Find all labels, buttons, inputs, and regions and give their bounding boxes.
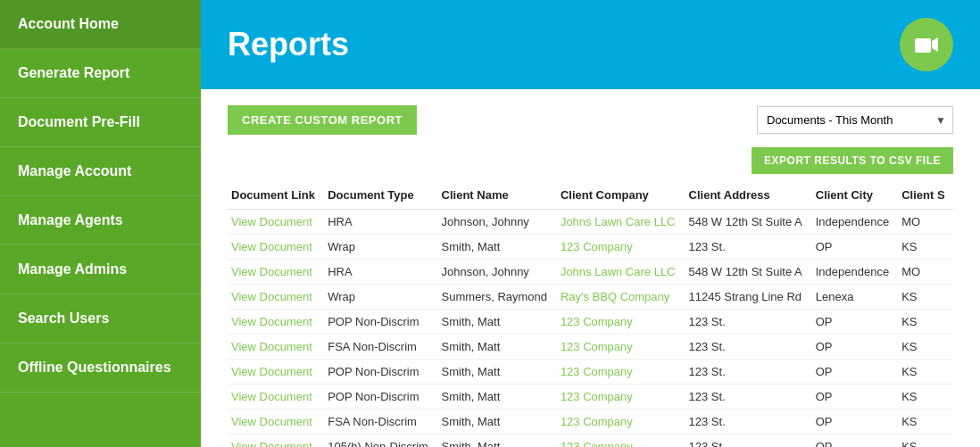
client-name: Smith, Matt <box>438 335 557 360</box>
client-city: Independence <box>812 260 898 285</box>
svg-marker-1 <box>932 37 938 52</box>
client-address: 123 St. <box>685 310 812 335</box>
client-name: Smith, Matt <box>438 410 557 435</box>
svg-rect-0 <box>915 38 931 53</box>
client-company[interactable]: 123 Company <box>557 360 685 385</box>
client-address: 123 St. <box>685 385 812 410</box>
sidebar-item-manage-agents[interactable]: Manage Agents <box>0 196 201 245</box>
col-header-client-name: Client Name <box>438 181 557 210</box>
client-name: Smith, Matt <box>438 360 557 385</box>
table-row: View Document105(h) Non-DiscrimSmith, Ma… <box>228 435 953 448</box>
client-address: 548 W 12th St Suite A <box>685 210 812 235</box>
client-city: OP <box>812 435 898 448</box>
camera-icon <box>914 35 939 54</box>
client-company[interactable]: 123 Company <box>557 235 685 260</box>
doc-type: Wrap <box>324 235 437 260</box>
table-row: View DocumentPOP Non-DiscrimSmith, Matt1… <box>228 360 953 385</box>
client-name: Johnson, Johnny <box>438 260 557 285</box>
doc-type: POP Non-Discrim <box>324 360 437 385</box>
doc-type: FSA Non-Discrim <box>324 335 437 360</box>
doc-link[interactable]: View Document <box>228 435 324 448</box>
client-state: KS <box>898 435 953 448</box>
client-city: OP <box>812 385 898 410</box>
col-header-client-city: Client City <box>812 181 898 210</box>
doc-link[interactable]: View Document <box>228 410 324 435</box>
filter-select[interactable]: Documents - This MonthDocuments - Last M… <box>757 106 953 134</box>
create-custom-report-button[interactable]: CREATE CUSTOM REPORT <box>228 105 417 135</box>
doc-type: FSA Non-Discrim <box>324 410 437 435</box>
filter-select-wrapper: Documents - This MonthDocuments - Last M… <box>757 106 953 134</box>
page-title: Reports <box>228 26 349 63</box>
client-company[interactable]: 123 Company <box>557 385 685 410</box>
client-state: KS <box>898 410 953 435</box>
client-name: Smith, Matt <box>438 385 557 410</box>
doc-link[interactable]: View Document <box>228 260 324 285</box>
reports-table: Document LinkDocument TypeClient NameCli… <box>228 181 953 447</box>
client-name: Johnson, Johnny <box>438 210 557 235</box>
doc-link[interactable]: View Document <box>228 285 324 310</box>
doc-link[interactable]: View Document <box>228 310 324 335</box>
table-row: View DocumentWrapSummers, RaymondRay's B… <box>228 285 953 310</box>
client-company[interactable]: Johns Lawn Care LLC <box>557 260 685 285</box>
client-state: KS <box>898 310 953 335</box>
doc-type: Wrap <box>324 285 437 310</box>
sidebar-item-search-users[interactable]: Search Users <box>0 294 201 344</box>
client-name: Smith, Matt <box>438 435 557 448</box>
doc-link[interactable]: View Document <box>228 360 324 385</box>
client-city: Independence <box>812 210 898 235</box>
doc-link[interactable]: View Document <box>228 235 324 260</box>
client-company[interactable]: 123 Company <box>557 435 685 448</box>
table-row: View DocumentHRAJohnson, JohnnyJohns Law… <box>228 210 953 235</box>
doc-link[interactable]: View Document <box>228 210 324 235</box>
client-address: 123 St. <box>685 335 812 360</box>
table-container: Document LinkDocument TypeClient NameCli… <box>201 181 980 447</box>
client-address: 548 W 12th St Suite A <box>685 260 812 285</box>
sidebar-item-account-home[interactable]: Account Home <box>0 0 201 49</box>
col-header-document-link: Document Link <box>228 181 324 210</box>
sidebar: Account HomeGenerate ReportDocument Pre-… <box>0 0 201 447</box>
sidebar-item-generate-report[interactable]: Generate Report <box>0 49 201 98</box>
client-address: 123 St. <box>685 410 812 435</box>
col-header-client-address: Client Address <box>685 181 812 210</box>
export-row: EXPORT RESULTS TO CSV FILE <box>201 144 980 181</box>
client-name: Summers, Raymond <box>438 285 557 310</box>
client-name: Smith, Matt <box>438 310 557 335</box>
client-company[interactable]: Johns Lawn Care LLC <box>557 210 685 235</box>
page-header: Reports <box>201 0 980 89</box>
client-company[interactable]: Ray's BBQ Company <box>557 285 685 310</box>
client-address: 11245 Strang Line Rd <box>685 285 812 310</box>
client-company[interactable]: 123 Company <box>557 335 685 360</box>
doc-type: POP Non-Discrim <box>324 385 437 410</box>
client-city: OP <box>812 410 898 435</box>
toolbar: CREATE CUSTOM REPORT Documents - This Mo… <box>201 89 980 144</box>
header-row: Document LinkDocument TypeClient NameCli… <box>228 181 953 210</box>
client-city: OP <box>812 235 898 260</box>
client-company[interactable]: 123 Company <box>557 310 685 335</box>
sidebar-item-manage-admins[interactable]: Manage Admins <box>0 245 201 294</box>
client-state: MO <box>898 260 953 285</box>
client-city: Lenexa <box>812 285 898 310</box>
sidebar-item-document-pre-fill[interactable]: Document Pre-Fill <box>0 98 201 147</box>
client-state: MO <box>898 210 953 235</box>
export-csv-button[interactable]: EXPORT RESULTS TO CSV FILE <box>752 147 953 174</box>
client-city: OP <box>812 335 898 360</box>
client-address: 123 St. <box>685 360 812 385</box>
doc-type: HRA <box>324 210 437 235</box>
camera-button[interactable] <box>900 18 953 71</box>
doc-type: POP Non-Discrim <box>324 310 437 335</box>
client-state: KS <box>898 285 953 310</box>
table-row: View DocumentPOP Non-DiscrimSmith, Matt1… <box>228 310 953 335</box>
sidebar-item-offline-questionnaires[interactable]: Offline Questionnaires <box>0 344 201 393</box>
table-row: View DocumentWrapSmith, Matt123 Company1… <box>228 235 953 260</box>
col-header-document-type: Document Type <box>324 181 437 210</box>
table-row: View DocumentHRAJohnson, JohnnyJohns Law… <box>228 260 953 285</box>
client-city: OP <box>812 360 898 385</box>
client-company[interactable]: 123 Company <box>557 410 685 435</box>
sidebar-item-manage-account[interactable]: Manage Account <box>0 147 201 196</box>
client-address: 123 St. <box>685 435 812 448</box>
table-row: View DocumentFSA Non-DiscrimSmith, Matt1… <box>228 335 953 360</box>
doc-link[interactable]: View Document <box>228 385 324 410</box>
table-header: Document LinkDocument TypeClient NameCli… <box>228 181 953 210</box>
doc-link[interactable]: View Document <box>228 335 324 360</box>
doc-type: HRA <box>324 260 437 285</box>
